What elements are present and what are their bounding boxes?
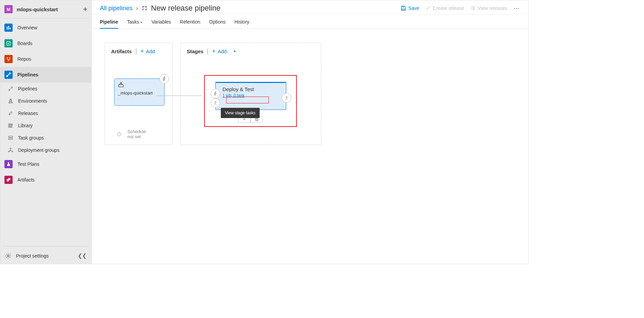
stages-header: Stages +Add ▾	[181, 43, 321, 60]
sidebar-sub-label: Releases	[18, 111, 38, 116]
schedule-line1: Schedule	[127, 129, 146, 134]
svg-rect-36	[256, 119, 258, 121]
list-icon	[470, 5, 476, 11]
sidebar: M mlops-quickstart + Overview Boards Rep…	[0, 0, 92, 264]
tab-variables[interactable]: Variables	[151, 17, 171, 29]
save-label: Save	[408, 5, 419, 11]
pre-approval-icon[interactable]	[211, 98, 220, 108]
tab-pipeline[interactable]: Pipeline	[100, 17, 118, 29]
sidebar-sub-releases[interactable]: Releases	[0, 107, 91, 119]
stage-card[interactable]: Deploy & Test 1 job, 0 task	[215, 82, 286, 110]
project-settings[interactable]: Project settings ❮❮	[0, 248, 91, 264]
svg-point-4	[7, 57, 8, 59]
sidebar-label: Overview	[17, 25, 37, 30]
sidebar-item-artifacts[interactable]: Artifacts	[0, 172, 91, 188]
sidebar-label: Test Plans	[17, 161, 40, 167]
schedule-status[interactable]: Schedule not set	[114, 129, 146, 139]
boards-icon	[4, 39, 13, 47]
pipeline-icon	[141, 5, 148, 11]
clock-icon	[114, 129, 124, 139]
overview-icon	[4, 24, 13, 32]
sidebar-item-boards[interactable]: Boards	[0, 35, 91, 51]
plus-icon: +	[212, 48, 216, 55]
rocket-icon	[425, 5, 431, 11]
tab-retention[interactable]: Retention	[180, 17, 200, 29]
sidebar-sub-label: Library	[18, 123, 33, 128]
svg-rect-23	[8, 178, 10, 180]
more-menu-icon[interactable]: ⋯	[513, 4, 520, 12]
sidebar-sub-pipelines[interactable]: Pipelines	[0, 83, 91, 95]
add-artifact-button[interactable]: +Add	[140, 48, 155, 55]
testplans-icon	[4, 160, 13, 168]
stage-tasks-link[interactable]: 1 job, 0 task	[223, 93, 245, 98]
svg-rect-11	[9, 102, 12, 103]
save-button[interactable]: Save	[401, 5, 419, 11]
svg-point-33	[215, 102, 216, 103]
sidebar-label: Pipelines	[17, 72, 38, 77]
collapse-icon[interactable]: ❮❮	[78, 252, 87, 259]
deploygroups-icon	[7, 147, 14, 153]
add-stage-button[interactable]: +Add ▾	[212, 48, 236, 55]
trigger-icon[interactable]	[159, 74, 169, 84]
sidebar-sub-deploygroups[interactable]: Deployment groups	[0, 144, 91, 156]
svg-point-19	[10, 148, 11, 149]
separator	[136, 48, 136, 55]
save-icon	[401, 5, 406, 11]
sidebar-sub-label: Deployment groups	[18, 147, 59, 153]
tooltip: View stage tasks	[221, 108, 260, 118]
repos-icon	[4, 55, 13, 63]
sidebar-label: Repos	[17, 56, 31, 62]
pre-trigger-icon[interactable]	[211, 89, 220, 98]
svg-rect-17	[9, 136, 13, 138]
build-icon	[118, 82, 124, 88]
svg-rect-35	[255, 118, 257, 120]
page-title[interactable]: New release pipeline	[151, 4, 220, 13]
sidebar-sub-library[interactable]: Library	[0, 119, 91, 132]
tab-options[interactable]: Options	[209, 17, 226, 29]
artifact-name: _mlops-quickstart	[118, 90, 162, 96]
pipelines-sub-icon	[7, 86, 14, 91]
sidebar-sub-taskgroups[interactable]: Task groups	[0, 132, 91, 144]
environments-icon	[7, 98, 14, 104]
svg-point-5	[9, 57, 11, 59]
svg-rect-0	[7, 27, 8, 29]
svg-rect-30	[402, 6, 404, 7]
artifact-card[interactable]: _mlops-quickstart	[114, 78, 165, 106]
tab-label: Tasks	[127, 19, 139, 25]
tab-tasks[interactable]: Tasks▾	[127, 17, 143, 29]
tabs: Pipeline Tasks▾ Variables Retention Opti…	[92, 14, 528, 29]
svg-rect-13	[10, 99, 11, 100]
create-release-button[interactable]: Create release	[425, 5, 464, 11]
view-releases-button[interactable]: View releases	[470, 5, 507, 11]
artifacts-icon	[4, 176, 13, 184]
sidebar-sub-environments[interactable]: Environments	[0, 95, 91, 107]
divider	[3, 18, 89, 18]
taskgroups-icon	[7, 135, 14, 141]
topbar: All pipelines › New release pipeline Sav…	[92, 0, 528, 14]
breadcrumb-root[interactable]: All pipelines	[100, 5, 133, 12]
add-project-icon[interactable]: +	[83, 5, 87, 13]
plus-icon: +	[140, 48, 144, 55]
tab-history[interactable]: History	[234, 17, 249, 29]
project-header[interactable]: M mlops-quickstart +	[0, 0, 91, 18]
artifacts-title: Artifacts	[111, 48, 132, 54]
breadcrumb: All pipelines › New release pipeline	[100, 4, 220, 13]
sidebar-item-overview[interactable]: Overview	[0, 20, 91, 35]
chevron-down-icon: ▾	[140, 20, 142, 24]
sidebar-item-pipelines[interactable]: Pipelines	[0, 67, 91, 83]
svg-rect-16	[11, 124, 13, 127]
svg-rect-12	[10, 100, 12, 101]
sidebar-item-testplans[interactable]: Test Plans	[0, 156, 91, 172]
post-approval-icon[interactable]	[282, 93, 291, 103]
svg-rect-2	[10, 28, 11, 29]
svg-rect-29	[402, 9, 405, 10]
canvas: Artifacts +Add Schedule not set	[92, 29, 528, 56]
sidebar-item-repos[interactable]: Repos	[0, 51, 91, 67]
sidebar-sub-label: Pipelines	[18, 86, 37, 91]
gear-icon	[5, 253, 11, 259]
separator	[208, 48, 208, 55]
svg-point-7	[6, 75, 8, 77]
svg-point-24	[7, 255, 9, 257]
svg-rect-18	[9, 138, 13, 140]
svg-rect-15	[10, 124, 11, 127]
